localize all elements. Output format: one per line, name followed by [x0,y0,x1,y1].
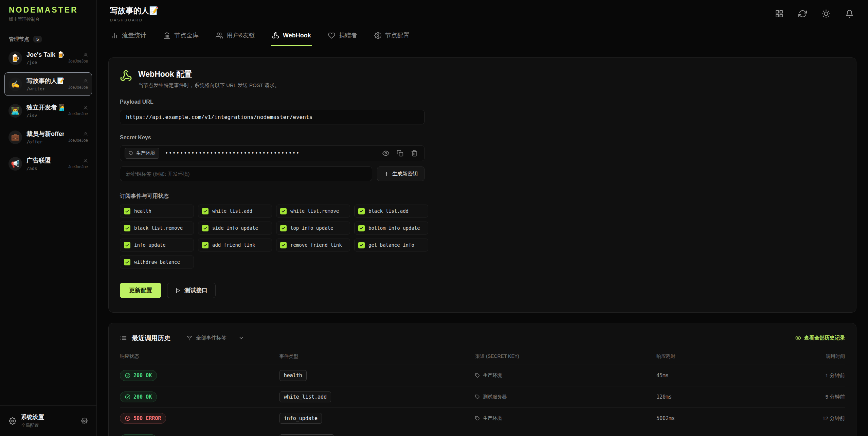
event-checkbox-info-update[interactable]: info_update [120,239,194,251]
gear-icon[interactable] [81,418,88,424]
payload-url-input[interactable] [120,110,424,124]
latency-value: 5002ms [656,415,773,421]
tab-traffic-stats[interactable]: 流量统计 [110,26,147,46]
copy-key-icon[interactable] [397,150,403,157]
tab-node-config[interactable]: 节点配置 [373,26,411,46]
tag-icon [475,395,480,399]
check-circle-icon [125,373,130,378]
event-checkbox-side-info-update[interactable]: side_info_update [198,222,272,234]
checkbox-checked[interactable] [280,208,287,214]
tabbar: 流量统计 节点金库 用户&友链 WebHook 捐赠者 节点配置 [97,26,868,46]
delete-key-trash-icon[interactable] [411,150,418,157]
tab-donors[interactable]: 捐赠者 [327,26,358,46]
webhook-config-card: WebHook 配置 当节点发生特定事件时，系统将向以下 URL 发送 POST… [108,57,856,313]
system-settings-item[interactable]: 系统设置 全局配置 [0,405,96,436]
checkbox-checked[interactable] [280,225,287,231]
event-checkbox-get-balance-info[interactable]: get_balance_info [354,239,428,251]
event-checkbox-remove-friend-link[interactable]: remove_friend_link [276,239,350,251]
user-icon [83,132,88,137]
checkbox-checked[interactable] [202,208,209,214]
checkbox-checked[interactable] [124,242,130,248]
history-row: 200 OK white_list.add 测试服务器 120ms 5 分钟前 [120,386,845,407]
sidebar-node-offer[interactable]: 💼 裁员与新offer 💼 /offer JoeJoeJoe [4,125,92,149]
view-all-history-link[interactable]: 查看全部历史记录 [795,335,845,341]
user-icon [83,158,88,163]
time-value: 1 分钟前 [772,372,845,379]
sidebar-node-ads[interactable]: 📢 广告联盟 /ads JoeJoeJoe [4,152,92,175]
bank-icon [163,32,170,39]
tag-icon [129,151,133,156]
call-history-card: 最近调用历史 全部事件标签 查看全部历史记录 响应状态 事件类型 [108,323,856,436]
event-checkbox-black-list-remove[interactable]: black_list.remove [120,222,194,234]
event-checkbox-bottom-info-update[interactable]: bottom_info_update [354,222,428,234]
sidebar-node-joe[interactable]: 🍺 Joe's Talk 🍺 /joe JoeJoeJoe [4,47,92,69]
nodes-section-header: 管理节点 5 [0,26,96,47]
refresh-icon[interactable] [798,10,807,18]
sidebar: NODEMASTER 版主管理控制台 管理节点 5 🍺 Joe's Talk 🍺… [0,0,97,436]
sidebar-node-writer[interactable]: ✍️ 写故事的人📝 /writer JoeJoeJoe [4,72,92,96]
node-avatar: 🍺 [8,51,22,65]
secret-key-masked-value: •••••••••••••••••••••••••••••••••••• [165,150,377,156]
eye-icon [795,335,801,341]
event-checkbox-withdraw-balance[interactable]: withdraw_balance [120,256,194,268]
tab-users-links[interactable]: 用户&友链 [215,26,256,46]
checkbox-checked[interactable] [202,225,209,231]
theme-toggle-icon[interactable] [822,10,830,18]
checkbox-checked[interactable] [280,242,287,248]
apps-grid-icon[interactable] [775,10,783,18]
event-type-tag: info_update [279,413,322,424]
event-checkbox-white-list-add[interactable]: white_list.add [198,205,272,217]
webhook-icon [120,70,132,83]
webhook-icon [272,32,279,39]
checkbox-checked[interactable] [358,208,365,214]
node-owner: JoeJoeJoe [68,79,88,90]
settings-subtitle: 全局配置 [21,422,44,429]
gear-icon [374,32,381,39]
col-event-type: 事件类型 [279,353,475,360]
node-path: /offer [26,139,64,144]
events-section-label: 订阅事件与可用状态 [120,193,845,200]
event-type-tag: white_list.add [279,391,331,402]
channel-label: 生产环境 [475,415,656,421]
node-name: 写故事的人📝 [26,77,64,85]
page-subtitle: DASHBOARD [110,18,159,22]
node-path: /writer [26,86,64,91]
event-checkbox-top-info-update[interactable]: top_info_update [276,222,350,234]
plus-icon [384,171,389,177]
event-checkbox-white-list-remove[interactable]: white_list.remove [276,205,350,217]
event-checkbox-add-friend-link[interactable]: add_friend_link [198,239,272,251]
time-value: 5 分钟前 [772,394,845,400]
new-key-label-input[interactable] [120,167,372,181]
checkbox-checked[interactable] [124,259,130,265]
notifications-bell-icon[interactable] [845,10,854,18]
event-filter-dropdown[interactable]: 全部事件标签 [183,332,248,344]
play-icon [175,288,181,293]
checkbox-checked[interactable] [124,225,130,231]
app-root: NODEMASTER 版主管理控制台 管理节点 5 🍺 Joe's Talk 🍺… [0,0,868,436]
secret-key-row: 生产环境 •••••••••••••••••••••••••••••••••••… [120,145,424,161]
node-path: /isv [26,113,64,118]
reveal-key-eye-icon[interactable] [382,150,389,157]
secret-keys-label: Secret Keys [120,135,845,141]
update-config-button[interactable]: 更新配置 [120,283,161,298]
app-logo: NODEMASTER [9,5,88,15]
node-owner-name: JoeJoeJoe [68,85,88,90]
filter-icon [187,335,192,341]
checkbox-checked[interactable] [124,208,130,214]
tab-node-vault[interactable]: 节点金库 [162,26,200,46]
event-type-tag: top_info_update [279,434,334,436]
tab-webhook[interactable]: WebHook [271,26,312,46]
checkbox-checked[interactable] [202,242,209,248]
checkbox-checked[interactable] [358,242,365,248]
event-checkbox-health[interactable]: health [120,205,194,217]
checkbox-checked[interactable] [358,225,365,231]
generate-key-button[interactable]: 生成新密钥 [377,167,424,181]
sidebar-node-isv[interactable]: 👨‍💻 独立开发者 👨‍💻 /isv JoeJoeJoe [4,99,92,122]
event-checkbox-black-list-add[interactable]: black_list.add [354,205,428,217]
test-endpoint-button[interactable]: 测试接口 [167,283,216,298]
main-panel: 写故事的人📝 DASHBOARD 流量统计 节点金库 用户&友链 [97,0,868,436]
time-value: 12 分钟前 [772,415,845,422]
node-owner: JoeJoeJoe [68,158,88,169]
node-owner: JoeJoeJoe [68,53,88,64]
node-owner: JoeJoeJoe [68,132,88,143]
